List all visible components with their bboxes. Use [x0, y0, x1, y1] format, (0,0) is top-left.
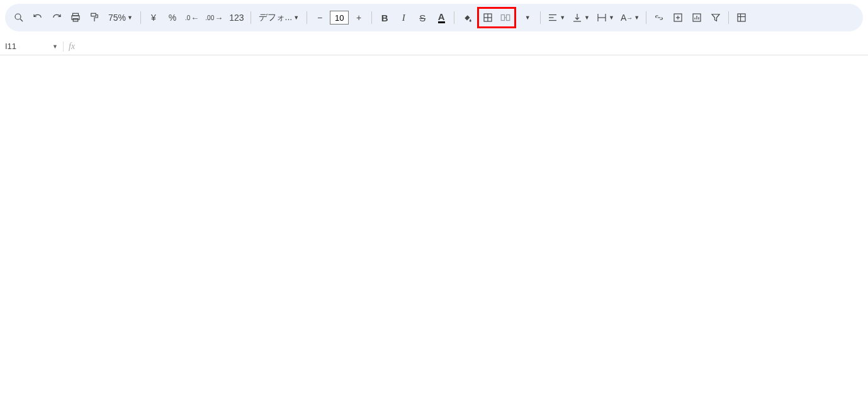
- insert-chart-button[interactable]: [688, 9, 706, 26]
- table-view-icon[interactable]: [733, 9, 750, 26]
- svg-point-0: [15, 14, 21, 19]
- vertical-align-button[interactable]: ▼: [569, 9, 592, 26]
- toolbar: 75%▼ ¥ % .0← .00→ 123 デフォ...▼ − + B I S …: [5, 4, 863, 31]
- zoom-select[interactable]: 75%▼: [104, 9, 137, 26]
- fill-color-button[interactable]: [458, 9, 476, 26]
- paint-format-icon[interactable]: [86, 9, 103, 26]
- print-icon[interactable]: [67, 9, 84, 26]
- highlight-box: [477, 7, 516, 28]
- italic-button[interactable]: I: [395, 9, 412, 26]
- text-color-button[interactable]: A: [432, 9, 450, 26]
- merge-dropdown[interactable]: ▼: [519, 9, 536, 26]
- number-format-button[interactable]: 123: [227, 9, 246, 26]
- fx-icon: fx: [63, 42, 80, 52]
- insert-comment-button[interactable]: [669, 9, 687, 26]
- insert-link-button[interactable]: [650, 9, 668, 26]
- decrease-decimal-button[interactable]: .0←: [183, 9, 201, 26]
- borders-button[interactable]: [479, 9, 497, 26]
- svg-rect-4: [73, 19, 78, 22]
- name-formula-bar: I11▼ fx: [0, 38, 868, 55]
- search-icon[interactable]: [10, 9, 28, 26]
- currency-button[interactable]: ¥: [145, 9, 162, 26]
- svg-line-1: [20, 19, 23, 21]
- undo-icon[interactable]: [29, 9, 47, 26]
- svg-rect-24: [738, 14, 745, 21]
- text-wrap-button[interactable]: ▼: [594, 9, 617, 26]
- filter-button[interactable]: [707, 9, 724, 26]
- strikethrough-button[interactable]: S: [414, 9, 431, 26]
- svg-rect-10: [507, 15, 510, 21]
- formula-input[interactable]: [80, 38, 868, 55]
- font-size-input[interactable]: [330, 11, 349, 25]
- name-box[interactable]: I11▼: [0, 42, 63, 51]
- redo-icon[interactable]: [48, 9, 65, 26]
- svg-rect-9: [501, 15, 504, 21]
- increase-decimal-button[interactable]: .00→: [203, 9, 225, 26]
- text-rotation-button[interactable]: A→▼: [618, 9, 642, 26]
- font-select[interactable]: デフォ...▼: [255, 9, 303, 26]
- bold-button[interactable]: B: [376, 9, 393, 26]
- horizontal-align-button[interactable]: ▼: [544, 9, 568, 26]
- svg-rect-5: [91, 13, 96, 16]
- merge-cells-button[interactable]: [497, 9, 514, 26]
- font-size-decrease[interactable]: −: [311, 9, 329, 26]
- percent-button[interactable]: %: [164, 9, 181, 26]
- font-size-increase[interactable]: +: [350, 9, 368, 26]
